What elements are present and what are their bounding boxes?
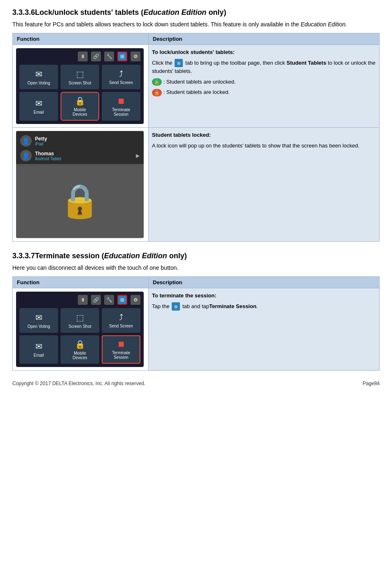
- footer-copyright: Copyright © 2017 DELTA Electronics, Inc.…: [12, 381, 145, 386]
- petty-avatar: 👤: [20, 135, 32, 147]
- section2-intro: Here you can disconnect all devices with…: [12, 264, 380, 272]
- wrench-icon-2: 🔧: [104, 295, 114, 305]
- mobile-devices-icon: 🔒: [75, 96, 85, 106]
- toolbar-panel-2: ⏸ 🔗 🔧 ⊞ ⚙ ✉ Open Voting ⬚ Screen: [16, 292, 144, 367]
- voting-icon-2: ✉: [35, 313, 42, 323]
- pause-icon-2: ⏸: [78, 295, 88, 305]
- table1-row1-function: ⏸ 🔗 🔧 ⊞ ⚙ ✉ Open Voting ⬚ Screen: [13, 45, 149, 128]
- pause-icon: ⏸: [78, 51, 88, 61]
- toolbar-grid-2: ✉ Open Voting ⬚ Screen Shot ⤴ Send Scree…: [19, 308, 140, 364]
- email-icon-2: ✉: [35, 341, 42, 351]
- grid-inline-icon-2: ⊞: [172, 302, 180, 311]
- mobile-devices-icon-2: 🔒: [75, 339, 85, 349]
- device-list: 👤 Petty iPad 👤 Thomas Android Tablet: [16, 131, 144, 166]
- screenshot-icon: ⬚: [76, 69, 84, 79]
- table2-row1-description: To terminate the session: Tap the ⊞ tab …: [149, 288, 380, 371]
- btn-terminate-session-1[interactable]: ⏹ TerminateSession: [102, 92, 140, 121]
- section2-table: Function Description ⏸ 🔗 🔧 ⊞ ⚙ ✉: [12, 276, 380, 371]
- col-function-1: Function: [13, 33, 149, 45]
- section1-table: Function Description ⏸ 🔗 🔧 ⊞ ⚙ ✉: [12, 33, 380, 242]
- device-thomas: 👤 Thomas Android Tablet ▶: [20, 148, 140, 163]
- settings-icon: ⚙: [131, 51, 140, 61]
- settings-icon-2: ⚙: [131, 295, 140, 305]
- btn-send-screen-1[interactable]: ⤴ Send Screen: [102, 65, 140, 89]
- btn-mobile-devices-1[interactable]: 🔒 MobileDevices: [61, 92, 99, 121]
- voting-icon: ✉: [35, 69, 42, 79]
- lock-big-icon: 🔒: [59, 182, 100, 220]
- section2-heading: 3.3.3.7Terminate session (Education Edit…: [12, 252, 380, 260]
- btn-open-voting-2[interactable]: ✉ Open Voting: [19, 308, 58, 333]
- col-description-1: Description: [149, 33, 380, 45]
- toolbar-grid-1: ✉ Open Voting ⬚ Screen Shot ⤴ Send Scree…: [19, 65, 140, 121]
- btn-email-1[interactable]: ✉ Email: [19, 92, 58, 121]
- email-icon: ✉: [35, 98, 42, 108]
- chevron-right-icon: ▶: [136, 153, 140, 159]
- grid-inline-icon-1: ⊞: [175, 59, 183, 67]
- table1-row2-function: 👤 Petty iPad 👤 Thomas Android Tablet: [13, 128, 149, 242]
- section1-intro: This feature for PCs and tablets allows …: [12, 20, 380, 29]
- btn-email-2[interactable]: ✉ Email: [19, 335, 58, 364]
- terminate-icon-2: ⏹: [117, 339, 125, 349]
- send-icon: ⤴: [119, 69, 123, 79]
- toolbar-top-2: ⏸ 🔗 🔧 ⊞ ⚙: [19, 295, 140, 305]
- btn-screen-shot-2[interactable]: ⬚ Screen Shot: [61, 308, 99, 333]
- table2-row1: ⏸ 🔗 🔧 ⊞ ⚙ ✉ Open Voting ⬚ Screen: [13, 288, 380, 371]
- col-description-2: Description: [149, 277, 380, 288]
- desc-title-3: To terminate the session:: [152, 292, 217, 299]
- device-petty: 👤 Petty iPad: [20, 133, 140, 148]
- grid-icon-active: ⊞: [117, 51, 127, 61]
- desc-title-2: Student tablets locked:: [152, 132, 211, 138]
- table1-row2: 👤 Petty iPad 👤 Thomas Android Tablet: [13, 128, 380, 242]
- btn-open-voting-1[interactable]: ✉ Open Voting: [19, 65, 58, 89]
- toolbar-top-1: ⏸ 🔗 🔧 ⊞ ⚙: [19, 51, 140, 61]
- table2-row1-function: ⏸ 🔗 🔧 ⊞ ⚙ ✉ Open Voting ⬚ Screen: [13, 288, 149, 371]
- btn-terminate-session-2[interactable]: ⏹ TerminateSession: [102, 335, 140, 364]
- desc-title-1: To lock/unlock students' tablets:: [152, 49, 235, 55]
- table1-row1: ⏸ 🔗 🔧 ⊞ ⚙ ✉ Open Voting ⬚ Screen: [13, 45, 380, 128]
- thomas-avatar: 👤: [20, 150, 32, 161]
- btn-send-screen-2[interactable]: ⤴ Send Screen: [102, 308, 140, 333]
- grid-icon-active-2: ⊞: [117, 295, 127, 305]
- locked-badge: 🔒: [152, 89, 162, 97]
- col-function-2: Function: [13, 277, 149, 288]
- link-icon-2: 🔗: [91, 295, 101, 305]
- wrench-icon: 🔧: [104, 51, 114, 61]
- screenshot-icon-2: ⬚: [76, 313, 84, 323]
- toolbar-panel-1: ⏸ 🔗 🔧 ⊞ ⚙ ✉ Open Voting ⬚ Screen: [16, 48, 144, 124]
- table1-row2-description: Student tablets locked: A lock icon will…: [149, 128, 380, 242]
- table1-row1-description: To lock/unlock students' tablets: Click …: [149, 45, 380, 128]
- lock-overlay: 🔒: [16, 164, 144, 238]
- terminate-icon-1: ⏹: [117, 96, 125, 106]
- btn-mobile-devices-2[interactable]: 🔒 MobileDevices: [61, 335, 99, 364]
- send-icon-2: ⤴: [119, 313, 123, 322]
- link-icon: 🔗: [91, 51, 101, 61]
- footer: Copyright © 2017 DELTA Electronics, Inc.…: [12, 381, 380, 386]
- footer-page: Page84: [363, 381, 380, 386]
- lock-screen-panel: 👤 Petty iPad 👤 Thomas Android Tablet: [16, 131, 144, 238]
- unlocked-badge: 🔓: [152, 78, 162, 86]
- btn-screen-shot-1[interactable]: ⬚ Screen Shot: [61, 65, 99, 89]
- section1-heading: 3.3.3.6Lock/unlock students' tablets (Ed…: [12, 8, 380, 17]
